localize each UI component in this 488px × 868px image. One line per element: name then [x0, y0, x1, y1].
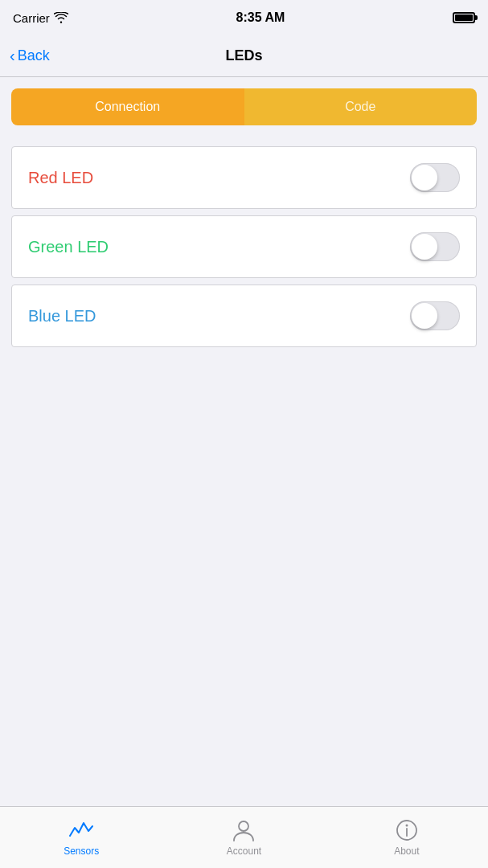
page-title: LEDs [225, 47, 262, 64]
segment-code[interactable]: Code [244, 88, 478, 125]
blue-led-toggle-knob [412, 303, 437, 329]
red-led-toggle-knob [412, 165, 437, 190]
carrier-text: Carrier [13, 11, 68, 25]
led-row-red: Red LED [11, 146, 477, 209]
svg-point-0 [239, 821, 248, 831]
green-led-label: Green LED [28, 238, 109, 256]
green-led-toggle[interactable] [410, 232, 460, 261]
blue-led-toggle[interactable] [410, 301, 460, 330]
blue-led-label: Blue LED [28, 307, 96, 326]
tab-bar: Sensors Account About [0, 806, 488, 868]
tab-account-label: Account [227, 845, 261, 857]
account-icon [232, 818, 256, 842]
green-led-toggle-knob [412, 234, 437, 260]
tab-sensors-label: Sensors [64, 845, 99, 857]
tab-account[interactable]: Account [163, 818, 324, 857]
status-time: 8:35 AM [236, 10, 285, 25]
segment-control: Connection Code [11, 88, 477, 125]
svg-point-2 [405, 825, 408, 827]
tab-sensors[interactable]: Sensors [1, 818, 162, 857]
led-row-green: Green LED [11, 215, 477, 278]
segment-connection[interactable]: Connection [11, 88, 244, 125]
back-button[interactable]: ‹ Back [10, 47, 50, 65]
back-chevron-icon: ‹ [10, 47, 15, 65]
sensors-icon [69, 818, 93, 842]
tab-about[interactable]: About [326, 818, 487, 857]
segment-control-container: Connection Code [0, 77, 488, 137]
tab-about-label: About [394, 845, 419, 857]
about-icon [395, 818, 419, 842]
red-led-toggle[interactable] [410, 163, 460, 192]
status-bar: Carrier 8:35 AM [0, 0, 488, 35]
wifi-icon [54, 12, 68, 23]
nav-bar: ‹ Back LEDs [0, 35, 488, 77]
led-row-blue: Blue LED [11, 285, 477, 347]
red-led-label: Red LED [28, 169, 93, 187]
back-label: Back [18, 47, 50, 64]
battery-indicator [453, 12, 475, 23]
main-content: Red LED Green LED Blue LED [0, 137, 488, 806]
